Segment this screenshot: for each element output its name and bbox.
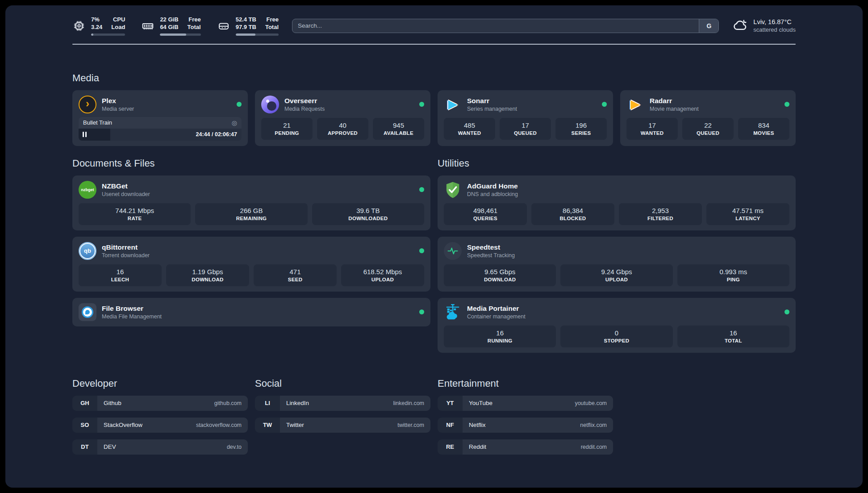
stat-value: 0 xyxy=(562,329,671,337)
search-input[interactable] xyxy=(292,19,699,33)
status-indicator xyxy=(419,248,424,253)
radarr-logo-icon: ▶ xyxy=(626,96,644,113)
app-card-filebrowser[interactable]: File Browser Media File Management xyxy=(72,298,430,326)
status-indicator xyxy=(602,102,607,107)
stat-label: MOVIES xyxy=(740,130,788,136)
session-icon[interactable]: ◎ xyxy=(232,119,237,126)
search-engine-button[interactable]: G xyxy=(699,19,718,33)
status-indicator xyxy=(419,187,424,192)
stat-tile: 17 QUEUED xyxy=(500,118,551,140)
stat-label: WANTED xyxy=(628,130,676,136)
storage-stat: 52.4 TB 97.9 TB Free Total xyxy=(217,16,279,36)
stat-tiles: 16 RUNNING 0 STOPPED 16 TOTAL xyxy=(444,326,789,347)
app-card-portainer[interactable]: Media Portainer Container management 16 … xyxy=(438,298,796,353)
stat-value: 39.6 TB xyxy=(314,207,422,214)
app-subtitle: Media File Management xyxy=(102,313,162,320)
bookmark-url: netflix.com xyxy=(580,422,607,428)
bookmark-link[interactable]: GH Github github.com xyxy=(72,396,248,411)
stat-tiles: 9.65 Gbps DOWNLOAD 9.24 Gbps UPLOAD 0.99… xyxy=(444,264,789,286)
entertainment-section-title: Entertainment xyxy=(438,378,613,389)
stat-tile: 39.6 TB DOWNLOADED xyxy=(312,203,424,225)
bookmark-link[interactable]: NF Netflix netflix.com xyxy=(438,418,613,433)
app-card-qbittorrent[interactable]: qb qBittorrent Torrent downloader 16 xyxy=(72,237,430,292)
stat-label: UPLOAD xyxy=(343,277,422,282)
stat-value: 618.52 Mbps xyxy=(343,268,422,276)
bookmark-link[interactable]: YT YouTube youtube.com xyxy=(438,396,613,411)
stat-tile: 9.24 Gbps UPLOAD xyxy=(560,264,672,286)
bookmark-name: Twitter xyxy=(286,422,304,428)
bookmark-abbreviation: DT xyxy=(72,439,97,455)
status-indicator xyxy=(237,102,242,107)
app-card-speedtest[interactable]: Speedtest Speedtest Tracking 9.65 Gbps D… xyxy=(438,237,796,292)
bookmark-abbreviation: LI xyxy=(255,396,280,411)
developer-section-title: Developer xyxy=(72,378,248,389)
stat-value: 86,384 xyxy=(533,207,613,214)
utilities-section-title: Utilities xyxy=(438,158,796,169)
app-card-overseerr[interactable]: Overseerr Media Requests 21 PENDING xyxy=(255,90,430,146)
stat-label: LATENCY xyxy=(708,216,788,221)
bookmark-name: LinkedIn xyxy=(286,400,309,406)
stat-tiles: 498,461 QUERIES 86,384 BLOCKED 2,953 xyxy=(444,203,789,225)
search-bar: G xyxy=(292,19,719,33)
section-developer: Developer GH Github github.com SO xyxy=(72,378,248,455)
stat-tile: 86,384 BLOCKED xyxy=(531,203,614,225)
pause-button[interactable] xyxy=(83,132,87,137)
section-social: Social LI LinkedIn linkedin.com TW xyxy=(255,378,430,455)
bookmark-url: dev.to xyxy=(227,444,242,450)
stat-label: PENDING xyxy=(263,130,311,136)
section-entertainment: Entertainment YT YouTube youtube.com NF xyxy=(438,378,613,455)
stat-label: BLOCKED xyxy=(533,216,613,221)
memory-free-label: Free xyxy=(188,16,201,24)
documents-section-title: Documents & Files xyxy=(72,158,430,169)
app-name: Plex xyxy=(102,97,134,105)
app-subtitle: Usenet downloader xyxy=(102,191,150,197)
stat-value: 16 xyxy=(446,329,554,337)
storage-progress-bar xyxy=(236,33,279,36)
status-indicator xyxy=(785,102,789,107)
stat-label: WANTED xyxy=(446,130,493,136)
bookmark-link[interactable]: DT DEV dev.to xyxy=(72,439,248,455)
stat-label: SERIES xyxy=(557,130,605,136)
stat-tile: 485 WANTED xyxy=(444,118,495,140)
stat-label: RUNNING xyxy=(446,338,554,343)
stat-tile: 471 SEED xyxy=(254,264,337,286)
adguard-logo-icon xyxy=(444,181,462,199)
header-divider xyxy=(72,44,796,45)
stat-label: LEECH xyxy=(80,277,160,282)
stat-tiles: 17 WANTED 22 QUEUED 834 MOVIES xyxy=(626,118,789,140)
bookmark-url: stackoverflow.com xyxy=(196,422,242,428)
stat-tiles: 744.21 Mbps RATE 266 GB REMAINING 39.6 T… xyxy=(79,203,424,225)
stat-label: FILTERED xyxy=(621,216,700,221)
app-card-sonarr[interactable]: ▶ Sonarr Series management 485 WANTED xyxy=(438,90,613,146)
stat-label: STOPPED xyxy=(562,338,671,343)
qbittorrent-logo-icon: qb xyxy=(79,242,96,260)
stat-value: 498,461 xyxy=(446,207,525,214)
playback-progress-bar[interactable]: 24:44 / 02:06:47 xyxy=(79,129,242,141)
stat-value: 40 xyxy=(319,121,367,129)
section-documents: Documents & Files nzbget NZBGet Usenet d… xyxy=(72,158,430,353)
bookmark-abbreviation: TW xyxy=(255,418,280,433)
playback-time: 24:44 / 02:06:47 xyxy=(196,129,237,141)
app-subtitle: Series management xyxy=(467,106,517,112)
app-name: File Browser xyxy=(102,305,162,313)
app-subtitle: Media server xyxy=(102,106,134,112)
bookmark-url: reddit.com xyxy=(581,444,607,450)
nzbget-logo-icon: nzbget xyxy=(79,181,96,199)
empty-column xyxy=(620,378,796,455)
cloud-icon xyxy=(732,17,748,35)
storage-free: 52.4 TB xyxy=(236,16,256,24)
bookmark-link[interactable]: SO StackOverflow stackoverflow.com xyxy=(72,418,248,433)
bookmark-link[interactable]: RE Reddit reddit.com xyxy=(438,439,613,455)
app-name: Overseerr xyxy=(284,97,325,105)
stat-tile: 498,461 QUERIES xyxy=(444,203,527,225)
app-card-adguard[interactable]: AdGuard Home DNS and adblocking 498,461 … xyxy=(438,175,796,230)
cpu-progress-bar xyxy=(91,33,125,36)
bookmark-link[interactable]: TW Twitter twitter.com xyxy=(255,418,430,433)
app-card-nzbget[interactable]: nzbget NZBGet Usenet downloader 744.21 M… xyxy=(72,175,430,230)
bookmark-link[interactable]: LI LinkedIn linkedin.com xyxy=(255,396,430,411)
app-name: Sonarr xyxy=(467,97,517,105)
app-card-radarr[interactable]: ▶ Radarr Movie management 17 WANTED xyxy=(620,90,796,146)
bookmark-url: linkedin.com xyxy=(393,400,424,406)
app-card-plex[interactable]: › Plex Media server Bullet Train ◎ xyxy=(72,90,248,146)
stat-label: DOWNLOAD xyxy=(168,277,247,282)
